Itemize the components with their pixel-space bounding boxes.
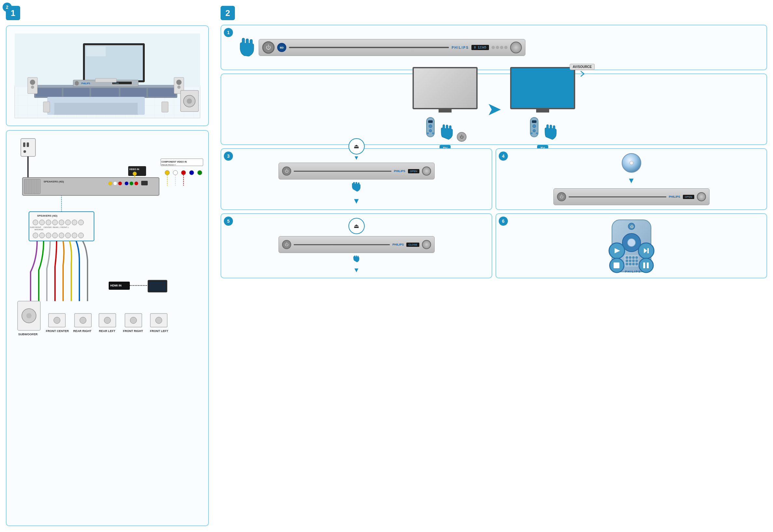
- av-source-arrow: [579, 71, 586, 77]
- svg-text:FRONT RIGHT: FRONT RIGHT: [123, 329, 143, 333]
- player-device-step3: ⏻ PHILIPS OPEN: [278, 163, 435, 180]
- svg-point-108: [80, 317, 86, 324]
- player-device-step5: ⏻ PHILIPS CLOSE: [278, 236, 435, 253]
- svg-text:VIDEO IN: VIDEO IN: [129, 168, 139, 170]
- svg-rect-12: [91, 88, 119, 97]
- remote-right: [528, 116, 541, 142]
- svg-text:COMPONENT VIDEO IN: COMPONENT VIDEO IN: [161, 161, 187, 163]
- room-scene-svg: PHILIPS 0 12345: [8, 27, 206, 125]
- svg-point-158: [629, 259, 632, 262]
- step5-badge: 5: [224, 217, 233, 226]
- step6-panel: 6: [496, 213, 767, 278]
- disc-icon: [622, 153, 641, 173]
- svg-point-155: [632, 256, 635, 259]
- svg-point-102: [26, 313, 32, 318]
- svg-rect-150: [643, 262, 645, 268]
- svg-rect-10: [36, 88, 62, 97]
- svg-text:REAR LEFT: REAR LEFT: [99, 329, 115, 333]
- svg-point-95: [52, 233, 58, 238]
- svg-point-114: [130, 317, 137, 324]
- remote-left: [424, 116, 437, 142]
- svg-rect-145: [614, 262, 620, 268]
- svg-point-59: [134, 181, 138, 185]
- svg-point-164: [635, 263, 638, 265]
- svg-rect-126: [428, 120, 433, 123]
- svg-text:HDMI IN: HDMI IN: [110, 284, 122, 287]
- svg-rect-32: [162, 102, 168, 112]
- home-theater-illustration: PHILIPS 0 12345: [6, 25, 209, 126]
- tv-off: [413, 67, 478, 109]
- svg-point-135: [531, 132, 533, 134]
- svg-rect-11: [63, 88, 89, 97]
- svg-point-105: [54, 317, 60, 324]
- svg-point-83: [65, 220, 71, 225]
- svg-point-54: [108, 181, 112, 185]
- player-device-step4: ⏻ PHILIPS OPEN: [553, 188, 710, 205]
- svg-point-134: [533, 129, 536, 132]
- svg-point-85: [78, 220, 84, 225]
- svg-point-161: [626, 263, 628, 265]
- step6-badge: 6: [499, 217, 508, 226]
- step5-panel: 5 ⏏ ⏻ PHILIPS CLOSE: [220, 213, 492, 278]
- svg-text:0 12345: 0 12345: [113, 82, 119, 84]
- svg-point-35: [187, 99, 192, 104]
- svg-point-96: [59, 233, 64, 238]
- svg-text:FRONT LEFT: FRONT LEFT: [150, 329, 168, 333]
- step1-panel: 1 ⏻ BD PHILIPS: [220, 25, 767, 70]
- svg-point-156: [635, 256, 638, 259]
- svg-text:CENTER: CENTER: [44, 226, 52, 228]
- svg-point-25: [30, 80, 35, 85]
- svg-point-79: [39, 220, 45, 225]
- svg-rect-30: [95, 78, 116, 82]
- section2-badge: 2: [220, 6, 235, 20]
- svg-rect-5: [86, 47, 106, 56]
- section2-header: 2: [220, 6, 767, 20]
- svg-text:REAR RIGHT: REAR RIGHT: [73, 329, 92, 333]
- svg-point-72: [197, 170, 202, 175]
- step3-panel: 3 ⏏ ▼ ⏻ PHILIPS OPEN: [220, 148, 492, 210]
- svg-point-57: [125, 181, 128, 185]
- svg-point-157: [626, 259, 628, 262]
- svg-text:PHILIPS: PHILIPS: [625, 270, 641, 273]
- svg-point-26: [31, 86, 34, 89]
- svg-point-29: [177, 86, 180, 89]
- svg-text:PHILIPS: PHILIPS: [81, 82, 90, 85]
- step4-badge: 4: [499, 152, 508, 161]
- svg-rect-13: [120, 88, 146, 97]
- svg-point-55: [113, 181, 117, 185]
- player-device-step1: ⏻ BD PHILIPS 0 12345: [259, 39, 526, 56]
- svg-point-71: [189, 170, 194, 175]
- svg-point-163: [632, 263, 635, 265]
- svg-text:⏻: ⏻: [630, 225, 633, 228]
- connections-diagram: SPEAKERS (4Ω) VIDEO IN COMPONENT VIDEO I…: [6, 130, 209, 526]
- svg-point-154: [629, 256, 632, 259]
- svg-point-70: [181, 170, 186, 175]
- svg-rect-38: [27, 142, 29, 147]
- svg-rect-21: [47, 97, 145, 103]
- connections-svg: SPEAKERS (4Ω) VIDEO IN COMPONENT VIDEO I…: [11, 135, 209, 363]
- svg-point-39: [23, 150, 26, 153]
- right-panel: 2 1 ⏻ BD: [215, 0, 773, 532]
- svg-rect-23: [138, 97, 145, 115]
- svg-point-97: [65, 233, 71, 238]
- hand-icon-step1: [237, 36, 255, 59]
- step2-badge: 2: [3, 3, 12, 12]
- svg-rect-148: [647, 248, 649, 253]
- svg-rect-42: [22, 178, 159, 195]
- step2-panel: 2: [220, 73, 767, 145]
- tv-on: [510, 67, 575, 109]
- svg-point-127: [429, 125, 432, 128]
- svg-text:SPEAKERS (4Ω): SPEAKERS (4Ω): [44, 180, 64, 183]
- svg-point-162: [629, 263, 632, 265]
- svg-point-69: [173, 170, 178, 175]
- svg-point-149: [639, 258, 653, 273]
- left-panel: 1: [0, 0, 215, 532]
- svg-point-80: [46, 220, 51, 225]
- hand-icon-tv-right: [543, 124, 558, 142]
- svg-text:SPEAKERS (4Ω): SPEAKERS (4Ω): [37, 214, 58, 217]
- step3-badge: 3: [224, 152, 233, 161]
- svg-point-28: [176, 80, 181, 85]
- svg-text:SUBWOOFER: SUBWOOFER: [18, 333, 38, 336]
- svg-point-133: [533, 125, 536, 128]
- svg-rect-60: [141, 181, 148, 185]
